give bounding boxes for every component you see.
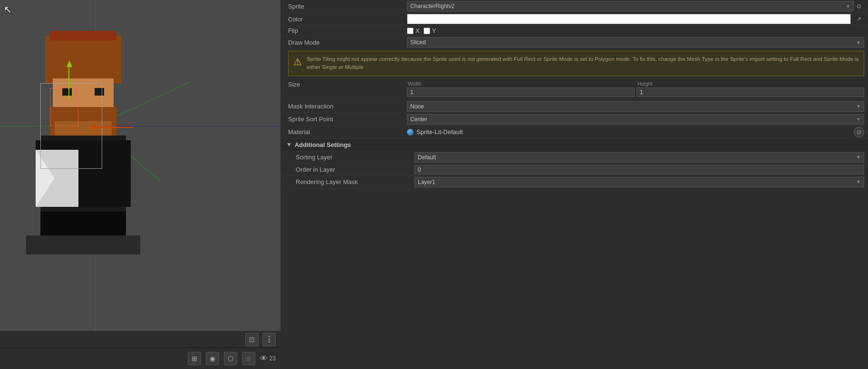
flip-value: X Y [407,27,864,34]
toolbar-top: ⊡ ⋮ [0,331,280,348]
scene-canvas[interactable]: ↖ [0,0,280,331]
mask-interaction-label: Mask Interaction [288,103,407,110]
sprite-sort-point-dropdown[interactable]: Center ▼ [407,114,864,125]
sprite-sort-point-label: Sprite Sort Point [288,116,407,123]
material-row: Material Sprite-Lit-Default ⊙ [280,126,868,139]
sorting-layer-value: Default ▼ [415,152,864,163]
favorite-btn[interactable]: ☆ [242,352,255,365]
color-value: ↗ [407,14,864,24]
flip-label: Flip [288,27,407,34]
additional-settings-triangle: ▼ [286,141,292,148]
rendering-layer-mask-label: Rendering Layer Mask [296,178,415,185]
layers-btn[interactable]: ◉ [206,352,219,365]
svg-rect-13 [26,235,140,254]
material-circle-icon [407,129,414,136]
flip-y-checkbox[interactable] [424,28,430,34]
svg-rect-1 [45,36,121,83]
cursor-icon: ↖ [4,4,12,15]
sprite-label: Sprite [288,3,407,10]
mask-interaction-row: Mask Interaction None ▼ [280,100,868,113]
color-label: Color [288,16,407,23]
order-in-layer-label: Order in Layer [296,166,415,173]
height-header: Height [637,81,864,87]
warning-box: ⚠ Sprite Tiling might not appear correct… [288,51,864,76]
size-label: Size [288,81,407,88]
height-item: Height [637,81,864,97]
size-value: Width Height [407,81,864,97]
sorting-layer-dropdown[interactable]: Default ▼ [415,152,864,163]
rendering-layer-mask-row: Rendering Layer Mask Layer1 ▼ [280,176,868,189]
flip-x-label[interactable]: X [407,27,420,34]
warning-text: Sprite Tiling might not appear correctly… [307,55,859,72]
color-expand-btn[interactable]: ↗ [854,14,864,24]
width-header: Width [407,81,635,87]
rendering-layer-mask-dropdown[interactable]: Layer1 ▼ [415,177,864,187]
order-in-layer-value [415,165,864,175]
sorting-layer-row: Sorting Layer Default ▼ [280,151,868,164]
draw-mode-label: Draw Mode [288,39,407,46]
material-text: Sprite-Lit-Default [416,128,851,136]
rendering-layer-mask-value: Layer1 ▼ [415,177,864,187]
toolbar-bottom: ⊞ ◉ ⬡ ☆ 👁 23 [0,348,280,369]
material-value: Sprite-Lit-Default ⊙ [407,127,864,137]
visibility-count[interactable]: 👁 23 [260,354,276,363]
more-options-btn[interactable]: ⋮ [262,333,276,346]
flip-x-checkbox[interactable] [407,28,414,34]
order-in-layer-row: Order in Layer [280,164,868,176]
width-item: Width [407,81,635,97]
sprite-sort-point-row: Sprite Sort Point Center ▼ [280,113,868,126]
mask-interaction-arrow: ▼ [856,104,861,109]
color-swatch[interactable] [407,14,851,24]
visibility-icon: 👁 [260,354,268,363]
flip-row: Flip X Y [280,26,868,36]
scene-panel: ↖ [0,0,280,369]
sprite-sort-point-arrow: ▼ [856,117,861,122]
sprite-target-btn[interactable]: ⊙ [854,1,864,11]
save-icon-btn[interactable]: ⊡ [245,333,259,346]
color-row: Color ↗ [280,13,868,26]
draw-mode-arrow: ▼ [856,40,861,45]
frame-btn[interactable]: ⊞ [188,352,201,365]
sprite-value: CharacterRightv2 ▼ ⊙ [407,1,864,11]
sprite-sort-point-value: Center ▼ [407,114,864,125]
material-target-btn[interactable]: ⊙ [854,127,864,137]
scene-toolbar: ⊡ ⋮ ⊞ ◉ ⬡ ☆ 👁 23 [0,331,280,369]
inspector-panel: Sprite CharacterRightv2 ▼ ⊙ Color ↗ Flip… [280,0,868,369]
svg-rect-2 [50,31,116,40]
sprite-area [26,26,140,254]
additional-settings-title: Additional Settings [295,141,351,148]
material-label: Material [288,128,407,136]
sprite-dropdown-arrow: ▼ [846,4,850,9]
selection-box-inner [50,88,78,126]
width-input[interactable] [407,87,635,97]
mask-interaction-dropdown[interactable]: None ▼ [407,101,864,112]
tag-btn[interactable]: ⬡ [224,352,237,365]
sorting-layer-arrow: ▼ [856,155,861,160]
sprite-dropdown[interactable]: CharacterRightv2 ▼ [407,1,854,11]
rendering-layer-mask-arrow: ▼ [856,179,861,184]
flip-y-label[interactable]: Y [424,27,436,34]
mask-interaction-value: None ▼ [407,101,864,112]
sprite-row: Sprite CharacterRightv2 ▼ ⊙ [280,0,868,13]
draw-mode-value: Sliced ▼ [407,37,864,48]
sorting-layer-label: Sorting Layer [296,154,415,161]
order-in-layer-input[interactable] [415,165,864,175]
warning-icon: ⚠ [293,56,302,68]
additional-settings-header[interactable]: ▼ Additional Settings [280,139,868,151]
draw-mode-dropdown[interactable]: Sliced ▼ [407,37,864,48]
draw-mode-row: Draw Mode Sliced ▼ [280,36,868,49]
size-row: Size Width Height [280,78,868,100]
height-input[interactable] [637,87,864,97]
